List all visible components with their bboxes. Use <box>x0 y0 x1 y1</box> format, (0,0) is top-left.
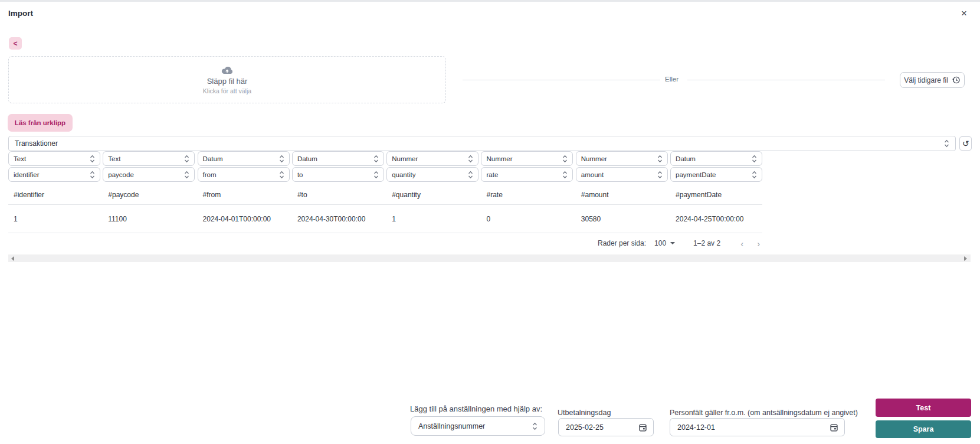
table-row: 1 11100 2024-04-01T00:00:00 2024-04-30T0… <box>8 215 765 223</box>
scroll-left-icon[interactable] <box>11 256 14 261</box>
chevron-up-down-icon <box>468 171 473 179</box>
chevron-up-down-icon <box>90 155 95 163</box>
column-header: #identifier <box>8 191 103 199</box>
page-title: Import <box>8 9 33 18</box>
payment-date-input[interactable] <box>566 423 638 432</box>
table-cell: 2024-04-25T00:00:00 <box>670 215 765 223</box>
calendar-icon <box>638 423 647 432</box>
column-header: #from <box>198 191 292 199</box>
reset-icon: ↺ <box>962 139 969 148</box>
person-field-date <box>670 418 845 436</box>
table-cell: 2024-04-30T00:00:00 <box>292 215 386 223</box>
divider-line-right <box>687 80 885 80</box>
chevron-up-down-icon <box>373 171 379 179</box>
column-header: #paycode <box>103 191 197 199</box>
dropzone-subtitle: Klicka för att välja <box>203 87 251 94</box>
mapping-field-select[interactable]: paycode <box>103 167 195 182</box>
match-by-select[interactable]: Anställningsnummer <box>411 416 545 436</box>
read-from-clipboard-button[interactable]: Läs från urklipp <box>8 114 73 132</box>
chevron-up-down-icon <box>657 155 663 163</box>
chevron-up-down-icon <box>184 171 189 179</box>
history-icon <box>952 76 961 84</box>
mapping-type-select[interactable]: Nummer <box>576 151 668 166</box>
file-dropzone[interactable]: Släpp fil här Klicka för att välja <box>8 56 446 103</box>
previous-page-button[interactable]: ‹ <box>739 239 745 248</box>
rows-per-page-select[interactable]: 100 <box>654 239 675 247</box>
mapping-type-select[interactable]: Nummer <box>386 151 478 166</box>
chevron-up-down-icon <box>468 155 473 163</box>
caret-down-icon <box>670 242 675 244</box>
mapping-type-row: Text Text Datum Datum Nummer Nummer Numm… <box>8 151 762 166</box>
mapping-field-select[interactable]: amount <box>576 167 668 182</box>
person-field-date-input[interactable] <box>677 423 830 432</box>
import-dialog: Import × < Släpp fil här Klicka för att … <box>0 0 980 444</box>
table-cell: 11100 <box>103 215 197 223</box>
mapping-field-select[interactable]: identifier <box>8 167 100 182</box>
cloud-upload-icon <box>221 66 234 75</box>
back-button[interactable]: < <box>9 37 22 50</box>
mapping-type-select[interactable]: Datum <box>198 151 290 166</box>
mapping-type-select[interactable]: Datum <box>292 151 384 166</box>
table-row-divider <box>8 233 762 233</box>
preview-table-header: #identifier #paycode #from #to #quantity… <box>8 191 765 199</box>
person-field-date-label: Personfält gäller fr.o.m. (om antsällnin… <box>670 409 858 417</box>
mapping-type-select[interactable]: Text <box>103 151 195 166</box>
save-button[interactable]: Spara <box>876 420 971 438</box>
mapping-type-select[interactable]: Nummer <box>481 151 573 166</box>
match-by-label: Lägg till på anställningen med hjälp av: <box>410 404 542 413</box>
divider-line-left <box>463 80 660 80</box>
dropzone-title: Släpp fil här <box>207 77 248 86</box>
chevron-up-down-icon <box>373 155 379 163</box>
table-cell: 30580 <box>576 215 670 223</box>
table-header-divider <box>8 204 762 205</box>
chevron-up-down-icon <box>184 155 189 163</box>
next-page-button[interactable]: › <box>755 239 762 248</box>
divider-label: Eller <box>665 76 679 83</box>
chevron-up-down-icon <box>944 139 949 148</box>
chevron-up-down-icon <box>562 171 568 179</box>
chevron-up-down-icon <box>562 155 568 163</box>
pagination-range: 1–2 av 2 <box>693 239 720 247</box>
test-button[interactable]: Test <box>876 399 971 417</box>
mapping-type-select[interactable]: Text <box>8 151 100 166</box>
chevron-up-down-icon <box>90 171 95 179</box>
column-header: #amount <box>576 191 670 199</box>
table-cell: 0 <box>481 215 575 223</box>
column-header: #to <box>292 191 386 199</box>
mapping-field-select[interactable]: paymentDate <box>670 167 762 182</box>
chevron-up-down-icon <box>279 171 284 179</box>
mapping-field-select[interactable]: from <box>198 167 290 182</box>
chevron-up-down-icon <box>279 155 284 163</box>
chevron-up-down-icon <box>532 422 537 430</box>
import-type-value: Transaktioner <box>15 139 58 148</box>
horizontal-scrollbar[interactable] <box>8 254 971 262</box>
chevron-up-down-icon <box>752 171 757 179</box>
column-header: #rate <box>481 191 575 199</box>
payment-date-field <box>558 418 654 436</box>
payment-date-label: Utbetalningsdag <box>558 409 611 417</box>
calendar-icon <box>830 423 838 432</box>
previous-file-label: Välj tidigare fil <box>904 76 948 84</box>
scroll-right-icon[interactable] <box>964 256 967 261</box>
reset-mapping-button[interactable]: ↺ <box>959 136 972 151</box>
chevron-up-down-icon <box>657 171 663 179</box>
mapping-field-row: identifier paycode from to quantity rate… <box>8 167 762 182</box>
table-cell: 2024-04-01T00:00:00 <box>198 215 292 223</box>
table-cell: 1 <box>8 215 103 223</box>
mapping-type-select[interactable]: Datum <box>670 151 762 166</box>
import-type-select[interactable]: Transaktioner <box>8 136 956 151</box>
close-icon[interactable]: × <box>961 8 967 18</box>
choose-previous-file-button[interactable]: Välj tidigare fil <box>900 72 965 88</box>
mapping-field-select[interactable]: quantity <box>386 167 478 182</box>
table-cell: 1 <box>386 215 481 223</box>
column-header: #quantity <box>386 191 481 199</box>
chevron-up-down-icon <box>752 155 757 163</box>
mapping-field-select[interactable]: to <box>292 167 384 182</box>
rows-per-page-label: Rader per sida: <box>598 239 646 247</box>
pagination: Rader per sida: 100 1–2 av 2 ‹ › <box>598 238 762 249</box>
mapping-field-select[interactable]: rate <box>481 167 573 182</box>
column-header: #paymentDate <box>670 191 765 199</box>
